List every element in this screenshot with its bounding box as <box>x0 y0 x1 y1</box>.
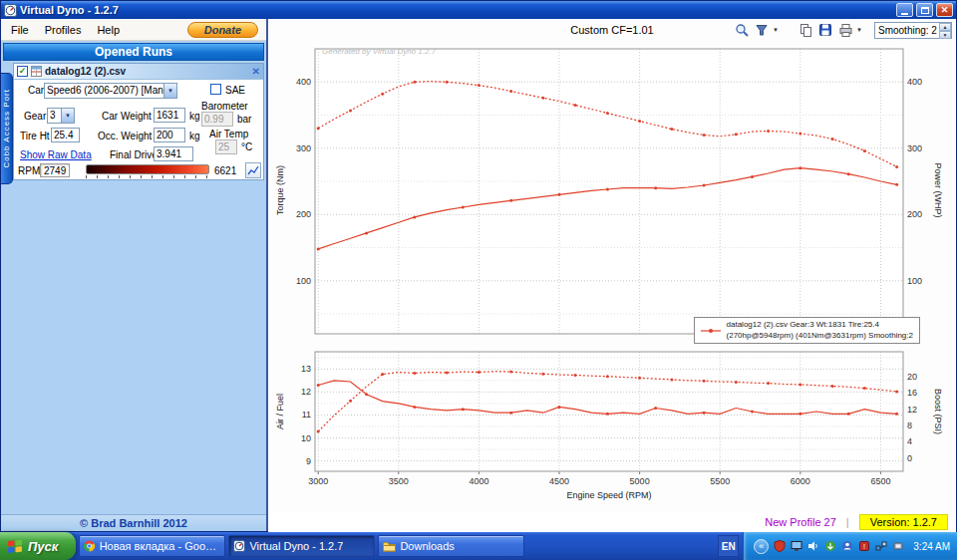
final-drive-field[interactable] <box>154 146 193 161</box>
menu-help[interactable]: Help <box>89 22 128 38</box>
chevron-down-icon[interactable]: ▼ <box>773 27 779 33</box>
line-chart-icon <box>247 164 259 176</box>
svg-text:3500: 3500 <box>389 476 409 486</box>
maximize-button[interactable] <box>916 3 933 17</box>
legend-line-2: (270hp@5948rpm) (401Nm@3631rpm) Smoothin… <box>727 331 913 341</box>
barometer-unit: bar <box>237 114 251 125</box>
svg-text:16: 16 <box>907 388 917 398</box>
afr-boost-chart[interactable]: 9101112130481216203000350040004500500055… <box>268 346 956 511</box>
svg-text:3000: 3000 <box>308 476 328 486</box>
svg-text:5000: 5000 <box>630 476 650 486</box>
air-temp-field <box>215 140 237 154</box>
dyno-chart-plot[interactable]: 100200300400100200300400 <box>268 41 956 346</box>
barometer-field <box>201 112 233 127</box>
chart-watermark: Generated by Virtual Dyno 1.2.7 <box>322 47 436 56</box>
tray-icon-shield[interactable] <box>773 540 786 553</box>
svg-text:200: 200 <box>907 209 922 219</box>
tire-ht-field[interactable] <box>51 128 80 142</box>
menu-file[interactable]: File <box>3 22 37 38</box>
taskbar-clock[interactable]: 3:24 AM <box>913 541 950 552</box>
tray-icon-volume[interactable] <box>806 540 819 553</box>
rpm-range-slider[interactable] <box>86 164 209 174</box>
svg-text:6000: 6000 <box>791 476 810 486</box>
minimize-button[interactable] <box>896 3 913 17</box>
taskbar-item-browser[interactable]: Новая вкладка - Google... <box>79 535 225 557</box>
dyno-chart[interactable]: 100200300400100200300400 Generated by Vi… <box>268 41 956 346</box>
rpm-max-value: 6621 <box>214 165 236 176</box>
filter-button[interactable] <box>753 21 771 39</box>
svg-text:10: 10 <box>301 433 311 443</box>
car-weight-label: Car Weight <box>102 111 152 122</box>
sae-checkbox[interactable] <box>210 84 221 95</box>
car-weight-field[interactable] <box>154 108 185 123</box>
chart-toolbar: Custom CF=1.01 ▼ <box>268 19 956 41</box>
spinner-up-icon[interactable]: ▲ <box>939 23 951 31</box>
svg-text:Engine Speed (RPM): Engine Speed (RPM) <box>566 490 651 500</box>
profile-name[interactable]: New Profile 27 <box>765 516 836 528</box>
show-raw-data-link[interactable]: Show Raw Data <box>20 149 92 160</box>
copy-button[interactable] <box>797 21 814 39</box>
tray-icon-display[interactable] <box>790 540 802 553</box>
smoothing-value: Smoothing: 2 <box>878 25 937 36</box>
run-card: datalog12 (2).csv ✕ Car Speed6 (2006-200… <box>13 63 264 180</box>
run-close-icon[interactable]: ✕ <box>252 66 260 77</box>
print-button[interactable] <box>836 21 854 39</box>
svg-text:0: 0 <box>907 453 912 463</box>
copyright-text: © Brad Barnhill 2012 <box>1 514 266 531</box>
tray-icon-usb[interactable] <box>891 540 904 553</box>
language-indicator[interactable]: EN <box>718 535 739 557</box>
smoothing-spinner[interactable]: Smoothing: 2 ▲▼ <box>874 22 952 39</box>
left-panel: File Profiles Help Donate Opened Runs da… <box>1 19 268 531</box>
air-temp-label: Air Temp <box>209 129 248 140</box>
tray-icon-update[interactable] <box>823 540 836 553</box>
cobb-access-port-tab[interactable]: Cobb Access Port <box>1 73 13 184</box>
close-button[interactable]: ✕ <box>936 3 953 17</box>
barometer-label: Barometer <box>201 101 248 112</box>
spinner-down-icon[interactable]: ▼ <box>939 31 951 39</box>
copy-icon <box>798 23 813 38</box>
taskbar-item-downloads[interactable]: Downloads <box>378 535 524 557</box>
chart-legend: datalog12 (2).csv Gear:3 Wt:1831 Tire:25… <box>694 317 920 344</box>
zoom-button[interactable] <box>733 21 751 39</box>
spinner-buttons[interactable]: ▲▼ <box>939 23 951 38</box>
tray-icon-network[interactable] <box>874 540 887 553</box>
raw-chart-button[interactable] <box>245 162 261 178</box>
tray-icon-antivirus[interactable]: ! <box>857 540 870 553</box>
svg-text:4000: 4000 <box>469 476 488 486</box>
svg-text:12: 12 <box>301 387 311 397</box>
csv-file-icon <box>31 66 42 77</box>
air-temp-unit: °C <box>241 141 252 152</box>
titlebar[interactable]: Virtual Dyno - 1.2.7 ✕ <box>1 1 956 19</box>
save-button[interactable] <box>816 21 834 39</box>
afr-boost-chart-plot[interactable]: 9101112130481216203000350040004500500055… <box>268 346 956 511</box>
gear-select[interactable]: 3 ▼ <box>47 108 75 124</box>
svg-text:9: 9 <box>306 456 311 466</box>
start-button[interactable]: Пуск <box>0 532 76 560</box>
hidden-icons-chevron[interactable]: « <box>754 539 769 554</box>
rpm-slider-ticks <box>86 175 209 178</box>
windows-flag-icon <box>7 539 23 553</box>
car-label: Car <box>28 85 44 96</box>
status-divider: | <box>846 516 849 528</box>
svg-text:300: 300 <box>296 143 311 153</box>
car-select[interactable]: Speed6 (2006-2007) [Manu ▼ <box>44 83 177 99</box>
svg-text:100: 100 <box>907 276 922 286</box>
occ-weight-field[interactable] <box>154 128 185 142</box>
donate-button[interactable]: Donate <box>187 22 258 38</box>
chevron-down-icon[interactable]: ▼ <box>856 27 862 33</box>
rpm-min-value: 2749 <box>40 163 70 177</box>
sae-label: SAE <box>225 85 245 96</box>
menu-profiles[interactable]: Profiles <box>37 22 90 38</box>
svg-text:8: 8 <box>907 420 912 430</box>
taskbar-item-virtual-dyno[interactable]: Virtual Dyno - 1.2.7 <box>228 535 375 557</box>
svg-text:4500: 4500 <box>549 476 569 486</box>
tire-ht-label: Tire Ht <box>20 131 50 141</box>
legend-line-1: datalog12 (2).csv Gear:3 Wt:1831 Tire:25… <box>727 320 913 330</box>
svg-text:300: 300 <box>907 143 922 153</box>
version-badge: Version: 1.2.7 <box>859 514 948 530</box>
tray-icon-messenger[interactable] <box>840 540 853 553</box>
run-enabled-checkbox[interactable] <box>17 66 28 77</box>
custom-cf-label: Custom CF=1.01 <box>570 24 653 36</box>
desktop-screen: Virtual Dyno - 1.2.7 ✕ File Profiles Hel… <box>0 0 957 560</box>
svg-text:5500: 5500 <box>710 476 730 486</box>
